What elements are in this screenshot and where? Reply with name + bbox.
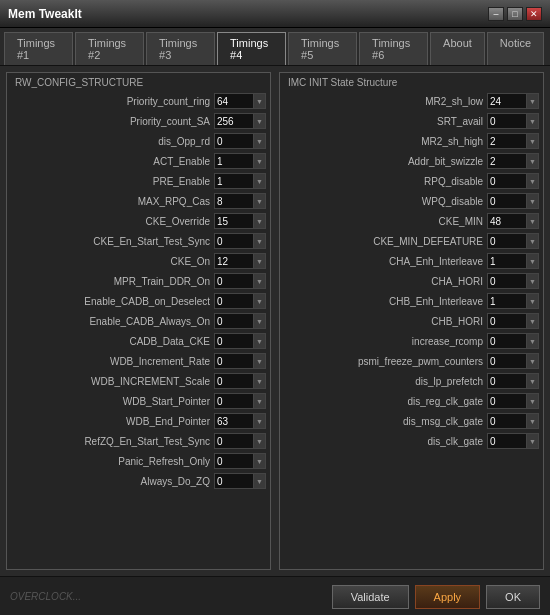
field-dropdown-arrow[interactable]: ▼ xyxy=(527,353,539,369)
field-dropdown-arrow[interactable]: ▼ xyxy=(254,293,266,309)
field-input[interactable] xyxy=(214,213,254,229)
field-input[interactable] xyxy=(214,133,254,149)
tab-timings-1[interactable]: Timings #1 xyxy=(4,32,73,65)
field-input[interactable] xyxy=(214,373,254,389)
field-label: Addr_bit_swizzle xyxy=(284,156,487,167)
field-dropdown-arrow[interactable]: ▼ xyxy=(527,113,539,129)
field-dropdown-arrow[interactable]: ▼ xyxy=(254,413,266,429)
field-input[interactable] xyxy=(214,173,254,189)
field-dropdown-arrow[interactable]: ▼ xyxy=(527,293,539,309)
field-input[interactable] xyxy=(487,373,527,389)
field-input[interactable] xyxy=(214,393,254,409)
field-input[interactable] xyxy=(487,253,527,269)
field-dropdown-arrow[interactable]: ▼ xyxy=(527,393,539,409)
field-dropdown-arrow[interactable]: ▼ xyxy=(527,273,539,289)
field-input[interactable] xyxy=(214,273,254,289)
field-input[interactable] xyxy=(214,333,254,349)
field-dropdown-arrow[interactable]: ▼ xyxy=(254,173,266,189)
field-dropdown-arrow[interactable]: ▼ xyxy=(527,173,539,189)
field-input[interactable] xyxy=(214,473,254,489)
field-dropdown-arrow[interactable]: ▼ xyxy=(527,213,539,229)
field-dropdown-arrow[interactable]: ▼ xyxy=(254,253,266,269)
tab-timings-6[interactable]: Timings #6 xyxy=(359,32,428,65)
field-row: Panic_Refresh_Only▼ xyxy=(11,452,266,470)
field-input[interactable] xyxy=(214,313,254,329)
field-input[interactable] xyxy=(487,433,527,449)
tab-about[interactable]: About xyxy=(430,32,485,65)
tab-timings-5[interactable]: Timings #5 xyxy=(288,32,357,65)
field-row: Enable_CADB_on_Deselect▼ xyxy=(11,292,266,310)
field-label: CHB_Enh_Interleave xyxy=(284,296,487,307)
tab-timings-3[interactable]: Timings #3 xyxy=(146,32,215,65)
field-dropdown-arrow[interactable]: ▼ xyxy=(254,433,266,449)
field-input[interactable] xyxy=(214,93,254,109)
tab-timings-4[interactable]: Timings #4 xyxy=(217,32,286,65)
field-input[interactable] xyxy=(487,213,527,229)
field-dropdown-arrow[interactable]: ▼ xyxy=(527,153,539,169)
field-input[interactable] xyxy=(487,133,527,149)
field-row: Priority_count_ring▼ xyxy=(11,92,266,110)
maximize-button[interactable]: □ xyxy=(507,7,523,21)
field-input[interactable] xyxy=(214,153,254,169)
field-input[interactable] xyxy=(214,353,254,369)
field-dropdown-arrow[interactable]: ▼ xyxy=(254,473,266,489)
close-button[interactable]: ✕ xyxy=(526,7,542,21)
field-input[interactable] xyxy=(487,93,527,109)
field-dropdown-arrow[interactable]: ▼ xyxy=(254,233,266,249)
field-input[interactable] xyxy=(487,393,527,409)
field-label: Enable_CADB_on_Deselect xyxy=(11,296,214,307)
field-input[interactable] xyxy=(487,153,527,169)
field-dropdown-arrow[interactable]: ▼ xyxy=(527,373,539,389)
field-label: WDB_End_Pointer xyxy=(11,416,214,427)
field-dropdown-arrow[interactable]: ▼ xyxy=(254,313,266,329)
field-input[interactable] xyxy=(487,273,527,289)
field-row: CKE_MIN▼ xyxy=(284,212,539,230)
field-dropdown-arrow[interactable]: ▼ xyxy=(254,193,266,209)
field-input[interactable] xyxy=(487,413,527,429)
field-input[interactable] xyxy=(214,113,254,129)
field-input[interactable] xyxy=(487,233,527,249)
field-dropdown-arrow[interactable]: ▼ xyxy=(527,233,539,249)
field-input[interactable] xyxy=(214,453,254,469)
field-input[interactable] xyxy=(487,313,527,329)
tab-timings-2[interactable]: Timings #2 xyxy=(75,32,144,65)
apply-button[interactable]: Apply xyxy=(415,585,481,609)
field-dropdown-arrow[interactable]: ▼ xyxy=(254,373,266,389)
field-input[interactable] xyxy=(487,173,527,189)
field-dropdown-arrow[interactable]: ▼ xyxy=(527,313,539,329)
field-dropdown-arrow[interactable]: ▼ xyxy=(254,93,266,109)
field-input[interactable] xyxy=(214,233,254,249)
tab-notice[interactable]: Notice xyxy=(487,32,544,65)
field-dropdown-arrow[interactable]: ▼ xyxy=(527,333,539,349)
field-dropdown-arrow[interactable]: ▼ xyxy=(254,333,266,349)
field-input[interactable] xyxy=(214,193,254,209)
field-dropdown-arrow[interactable]: ▼ xyxy=(254,153,266,169)
field-dropdown-arrow[interactable]: ▼ xyxy=(254,213,266,229)
field-row: RPQ_disable▼ xyxy=(284,172,539,190)
field-dropdown-arrow[interactable]: ▼ xyxy=(254,273,266,289)
field-dropdown-arrow[interactable]: ▼ xyxy=(254,353,266,369)
field-dropdown-arrow[interactable]: ▼ xyxy=(527,93,539,109)
field-input[interactable] xyxy=(487,293,527,309)
field-dropdown-arrow[interactable]: ▼ xyxy=(254,133,266,149)
field-dropdown-arrow[interactable]: ▼ xyxy=(254,393,266,409)
field-dropdown-arrow[interactable]: ▼ xyxy=(527,413,539,429)
ok-button[interactable]: OK xyxy=(486,585,540,609)
field-dropdown-arrow[interactable]: ▼ xyxy=(527,193,539,209)
field-input[interactable] xyxy=(214,253,254,269)
field-input[interactable] xyxy=(214,433,254,449)
field-dropdown-arrow[interactable]: ▼ xyxy=(527,133,539,149)
field-dropdown-arrow[interactable]: ▼ xyxy=(254,113,266,129)
field-input[interactable] xyxy=(487,193,527,209)
field-input[interactable] xyxy=(487,333,527,349)
validate-button[interactable]: Validate xyxy=(332,585,409,609)
field-row: CADB_Data_CKE▼ xyxy=(11,332,266,350)
field-dropdown-arrow[interactable]: ▼ xyxy=(527,253,539,269)
field-input[interactable] xyxy=(214,293,254,309)
field-dropdown-arrow[interactable]: ▼ xyxy=(254,453,266,469)
field-dropdown-arrow[interactable]: ▼ xyxy=(527,433,539,449)
field-input[interactable] xyxy=(487,113,527,129)
field-input[interactable] xyxy=(487,353,527,369)
minimize-button[interactable]: – xyxy=(488,7,504,21)
field-input[interactable] xyxy=(214,413,254,429)
